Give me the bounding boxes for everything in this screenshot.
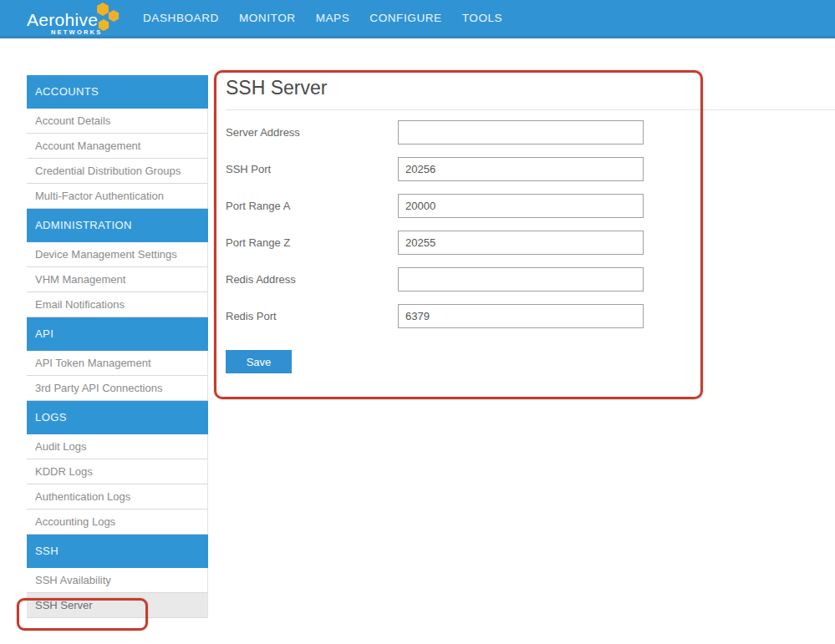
redis-address-input[interactable] (398, 267, 644, 292)
server-address-input[interactable] (398, 120, 644, 145)
top-navigation-bar: Aerohive. NETWORKS DASHBOARD MONITOR MAP… (0, 0, 835, 38)
form-row-redis-port: Redis Port (226, 304, 644, 328)
sidebar-item-email-notifications[interactable]: Email Notifications (27, 292, 208, 317)
sidebar-item-credential-distribution-groups[interactable]: Credential Distribution Groups (27, 159, 208, 184)
page-title: SSH Server (226, 77, 327, 99)
port-range-z-label: Port Range Z (226, 236, 398, 249)
server-address-label: Server Address (226, 126, 398, 139)
form-row-redis-address: Redis Address (226, 267, 644, 292)
sidebar-section-administration[interactable]: ADMINISTRATION (27, 209, 208, 242)
ssh-port-label: SSH Port (226, 163, 398, 175)
sidebar-section-accounts[interactable]: ACCOUNTS (27, 75, 208, 109)
redis-port-input[interactable] (398, 304, 644, 328)
honeycomb-icon (92, 3, 122, 36)
sidebar-item-authentication-logs[interactable]: Authentication Logs (27, 484, 208, 510)
settings-sidebar: ACCOUNTS Account Details Account Managem… (27, 75, 208, 618)
form-row-port-range-a: Port Range A (226, 194, 644, 218)
title-divider (226, 109, 835, 110)
port-range-a-input[interactable] (398, 194, 644, 218)
page: Aerohive. NETWORKS DASHBOARD MONITOR MAP… (0, 0, 835, 644)
nav-dashboard[interactable]: DASHBOARD (143, 12, 219, 24)
form-row-ssh-port: SSH Port (226, 157, 644, 181)
nav-monitor[interactable]: MONITOR (239, 12, 296, 24)
sidebar-item-kddr-logs[interactable]: KDDR Logs (27, 459, 208, 484)
redis-address-label: Redis Address (226, 273, 398, 286)
sidebar-item-audit-logs[interactable]: Audit Logs (27, 434, 208, 459)
aerohive-logo[interactable]: Aerohive. NETWORKS (27, 4, 114, 36)
nav-tools[interactable]: TOOLS (462, 12, 503, 24)
form-row-port-range-z: Port Range Z (226, 231, 644, 255)
sidebar-section-api[interactable]: API (27, 317, 208, 351)
sidebar-item-device-management-settings[interactable]: Device Management Settings (27, 242, 208, 267)
sidebar-item-multi-factor-authentication[interactable]: Multi-Factor Authentication (27, 184, 208, 209)
port-range-z-input[interactable] (398, 231, 644, 255)
sidebar-item-3rd-party-api-connections[interactable]: 3rd Party API Connections (27, 376, 208, 401)
port-range-a-label: Port Range A (226, 200, 398, 212)
sidebar-section-logs[interactable]: LOGS (27, 401, 208, 434)
sidebar-item-ssh-availability[interactable]: SSH Availability (27, 568, 208, 593)
save-button[interactable]: Save (226, 350, 292, 373)
sidebar-item-ssh-server[interactable]: SSH Server (27, 593, 208, 618)
form-row-server-address: Server Address (226, 120, 644, 145)
sidebar-item-accounting-logs[interactable]: Accounting Logs (27, 510, 208, 535)
sidebar-item-account-management[interactable]: Account Management (27, 134, 208, 159)
sidebar-item-api-token-management[interactable]: API Token Management (27, 351, 208, 376)
nav-maps[interactable]: MAPS (316, 12, 350, 24)
sidebar-item-vhm-management[interactable]: VHM Management (27, 267, 208, 292)
sidebar-item-account-details[interactable]: Account Details (27, 109, 208, 134)
sidebar-section-ssh[interactable]: SSH (27, 535, 208, 568)
main-nav: DASHBOARD MONITOR MAPS CONFIGURE TOOLS (143, 0, 502, 36)
nav-configure[interactable]: CONFIGURE (369, 12, 441, 24)
redis-port-label: Redis Port (226, 310, 398, 322)
ssh-port-input[interactable] (398, 157, 644, 181)
ssh-server-form: Server Address SSH Port Port Range A Por… (226, 120, 644, 341)
